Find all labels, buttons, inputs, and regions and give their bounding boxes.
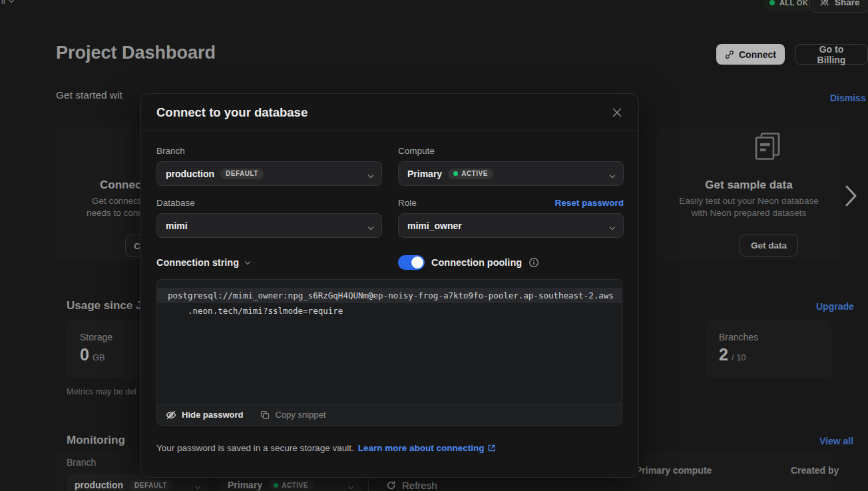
connection-string-box: postgresql://mimi_owner:npg_s6RzGqH4QUNm… (156, 279, 622, 426)
chevron-down-icon (245, 258, 250, 264)
password-vault-text: Your password is saved in a secure stora… (156, 443, 354, 453)
connection-pooling-label: Connection pooling (431, 257, 522, 268)
chevron-down-icon (368, 224, 373, 229)
database-label: Database (156, 198, 195, 208)
branch-select[interactable]: production DEFAULT (156, 161, 382, 186)
eye-off-icon (166, 410, 176, 420)
hide-password-label: Hide password (182, 410, 243, 420)
connection-pooling-toggle[interactable] (398, 255, 425, 270)
role-select[interactable]: mimi_owner (398, 213, 624, 238)
info-icon[interactable] (529, 257, 539, 268)
copy-snippet-button[interactable]: Copy snippet (260, 410, 326, 420)
database-select[interactable]: mimi (156, 213, 382, 238)
role-label: Role (398, 198, 417, 208)
compute-field: Compute Primary ACTIVE (398, 146, 624, 186)
active-dot-icon (453, 171, 458, 176)
connect-modal: Connect to your database Branch producti… (140, 93, 639, 478)
external-link-icon (487, 444, 496, 452)
branch-field: Branch production DEFAULT (156, 146, 382, 186)
close-button[interactable] (612, 107, 622, 118)
role-value: mimi_owner (407, 221, 462, 231)
copy-snippet-label: Copy snippet (275, 410, 326, 420)
connection-string-value[interactable]: postgresql://mimi_owner:npg_s6RzGqH4QUNm… (157, 280, 622, 404)
app-window: il ALL OK Share Project Dashboard (0, 0, 868, 491)
connection-string-line1: postgresql://mimi_owner:npg_s6RzGqH4QUNm… (157, 288, 622, 303)
database-field: Database mimi (156, 198, 382, 238)
compute-label: Compute (398, 146, 435, 156)
modal-title: Connect to your database (156, 105, 308, 120)
active-badge: ACTIVE (448, 169, 493, 179)
copy-icon (260, 410, 270, 420)
default-badge: DEFAULT (220, 169, 264, 179)
chevron-down-icon (368, 172, 373, 177)
close-icon (612, 107, 622, 118)
compute-value: Primary (407, 169, 442, 179)
chevron-down-icon (610, 224, 615, 229)
connection-string-label: Connection string (156, 257, 239, 268)
connection-string-dropdown[interactable]: Connection string (156, 257, 382, 268)
hide-password-button[interactable]: Hide password (166, 410, 243, 420)
role-field: Role Reset password mimi_owner (398, 198, 624, 238)
chevron-down-icon (610, 172, 615, 177)
compute-select[interactable]: Primary ACTIVE (398, 161, 624, 186)
reset-password-link[interactable]: Reset password (554, 198, 624, 208)
branch-value: production (166, 169, 214, 179)
branch-label: Branch (156, 146, 185, 156)
database-value: mimi (166, 221, 188, 231)
learn-more-link[interactable]: Learn more about connecting (358, 443, 497, 453)
connection-string-line2: .neon.tech/mimi?sslmode=require (157, 303, 622, 318)
